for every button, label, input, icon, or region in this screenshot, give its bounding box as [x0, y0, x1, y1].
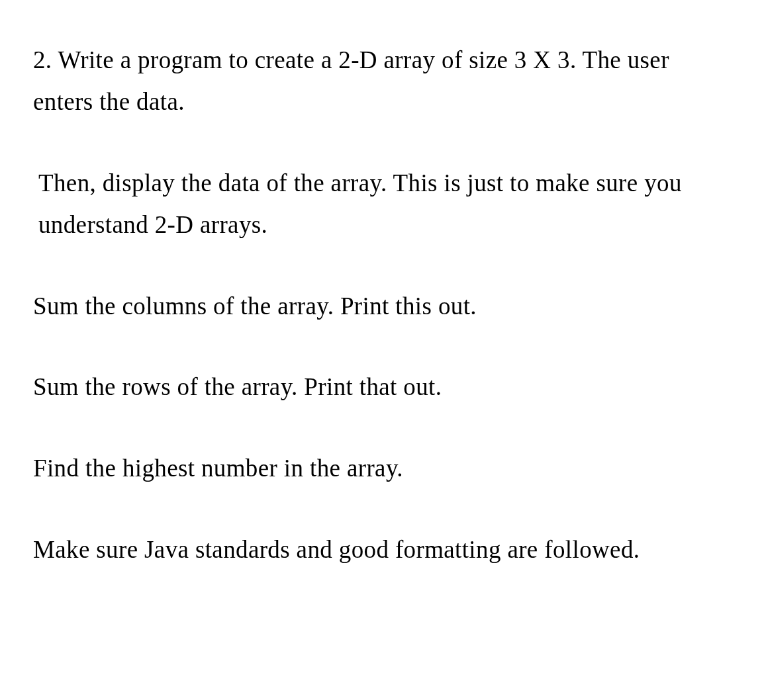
paragraph-text: Sum the columns of the array. Print this… — [33, 292, 477, 320]
instruction-sum-columns: Sum the columns of the array. Print this… — [33, 286, 729, 328]
question-intro: 2. Write a program to create a 2-D array… — [33, 40, 729, 123]
instruction-standards: Make sure Java standards and good format… — [33, 529, 729, 571]
paragraph-text: Sum the rows of the array. Print that ou… — [33, 373, 442, 400]
instruction-sum-rows: Sum the rows of the array. Print that ou… — [33, 367, 729, 408]
instruction-highest: Find the highest number in the array. — [33, 448, 729, 490]
paragraph-text: Make sure Java standards and good format… — [33, 536, 640, 563]
paragraph-text: Find the highest number in the array. — [33, 455, 403, 482]
instruction-display: Then, display the data of the array. Thi… — [33, 163, 729, 246]
paragraph-text: Then, display the data of the array. Thi… — [38, 169, 682, 238]
paragraph-text: 2. Write a program to create a 2-D array… — [33, 46, 669, 115]
